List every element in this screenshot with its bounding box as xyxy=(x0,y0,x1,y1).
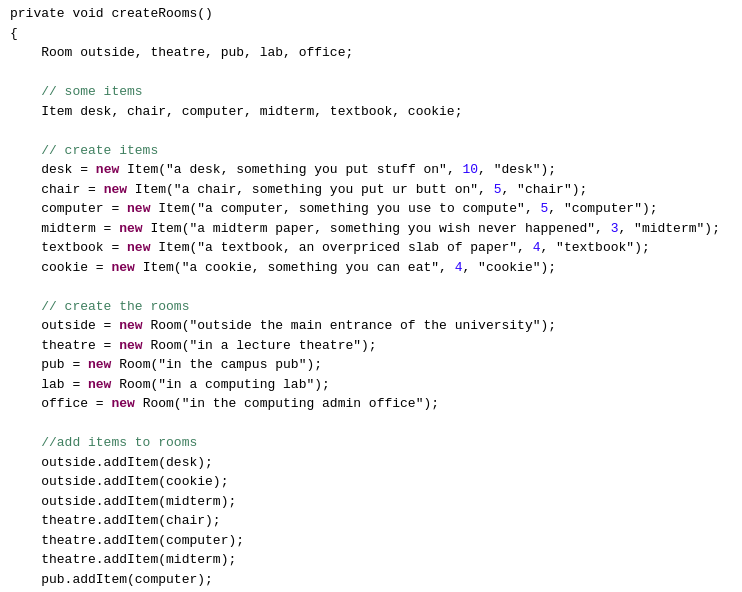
code-line: // create items xyxy=(0,141,742,161)
code-line xyxy=(0,414,742,434)
code-line: // create the rooms xyxy=(0,297,742,317)
code-line: chair = new Item("a chair, something you… xyxy=(0,180,742,200)
code-line: midterm = new Item("a midterm paper, som… xyxy=(0,219,742,239)
code-line: // some items xyxy=(0,82,742,102)
code-line: outside.addItem(cookie); xyxy=(0,472,742,492)
code-line: theatre = new Room("in a lecture theatre… xyxy=(0,336,742,356)
code-line xyxy=(0,63,742,83)
code-line: private void createRooms() xyxy=(0,4,742,24)
code-line: outside.addItem(desk); xyxy=(0,453,742,473)
code-line: Item desk, chair, computer, midterm, tex… xyxy=(0,102,742,122)
code-editor: private void createRooms() { Room outsid… xyxy=(0,0,742,592)
code-line: lab = new Room("in a computing lab"); xyxy=(0,375,742,395)
code-line: textbook = new Item("a textbook, an over… xyxy=(0,238,742,258)
code-line: Room outside, theatre, pub, lab, office; xyxy=(0,43,742,63)
code-line: { xyxy=(0,24,742,44)
code-line: theatre.addItem(chair); xyxy=(0,511,742,531)
code-line xyxy=(0,277,742,297)
code-line: desk = new Item("a desk, something you p… xyxy=(0,160,742,180)
code-line: //add items to rooms xyxy=(0,433,742,453)
code-line: pub = new Room("in the campus pub"); xyxy=(0,355,742,375)
code-line: office = new Room("in the computing admi… xyxy=(0,394,742,414)
code-line: computer = new Item("a computer, somethi… xyxy=(0,199,742,219)
code-line: theatre.addItem(computer); xyxy=(0,531,742,551)
code-line: theatre.addItem(midterm); xyxy=(0,550,742,570)
code-line: cookie = new Item("a cookie, something y… xyxy=(0,258,742,278)
code-line: pub.addItem(computer); xyxy=(0,570,742,590)
code-line: outside.addItem(midterm); xyxy=(0,492,742,512)
code-line xyxy=(0,121,742,141)
code-line: outside = new Room("outside the main ent… xyxy=(0,316,742,336)
